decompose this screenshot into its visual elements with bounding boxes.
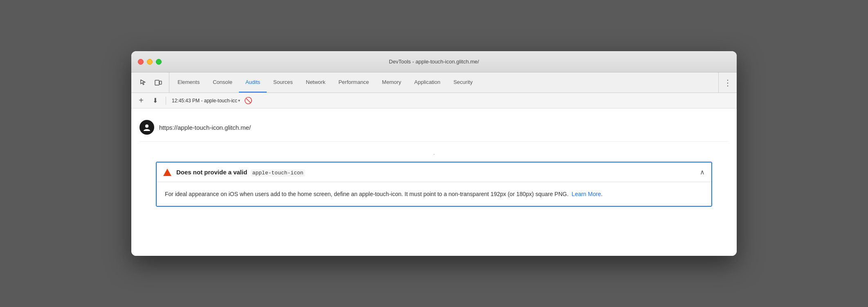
no-entry-icon[interactable]: 🚫 <box>244 97 252 104</box>
tab-memory[interactable]: Memory <box>376 72 408 93</box>
tab-application[interactable]: Application <box>408 72 447 93</box>
dropdown-chevron-icon: ▾ <box>238 98 240 103</box>
maximize-button[interactable] <box>156 59 162 65</box>
traffic-lights <box>138 59 162 65</box>
download-audit-button[interactable]: ⬇ <box>150 96 160 106</box>
toolbar-divider <box>166 97 166 105</box>
more-tabs-button[interactable]: ⋮ <box>718 72 737 93</box>
tab-network[interactable]: Network <box>299 72 332 93</box>
main-content: https://apple-touch-icon.glitch.me/ · Do… <box>131 108 737 256</box>
tab-sources[interactable]: Sources <box>267 72 299 93</box>
devtools-window: DevTools - apple-touch-icon.glitch.me/ E… <box>131 51 737 256</box>
svg-rect-1 <box>160 81 162 84</box>
warning-header: Does not provide a valid apple-touch-ico… <box>157 163 711 182</box>
warning-description: For ideal appearance on iOS when users a… <box>165 190 703 199</box>
svg-rect-0 <box>155 80 159 85</box>
tab-audits[interactable]: Audits <box>239 72 267 93</box>
title-bar: DevTools - apple-touch-icon.glitch.me/ <box>131 51 737 72</box>
dot-separator: · <box>139 148 729 158</box>
devtools-icon-group <box>133 72 169 93</box>
tab-console[interactable]: Console <box>206 72 239 93</box>
tab-performance[interactable]: Performance <box>332 72 375 93</box>
audits-toolbar: + ⬇ 12:45:43 PM - apple-touch-icc ▾ 🚫 <box>131 93 737 108</box>
svg-point-2 <box>145 124 148 128</box>
warning-panel: Does not provide a valid apple-touch-ico… <box>156 162 712 207</box>
tab-security[interactable]: Security <box>447 72 479 93</box>
device-toolbar-icon[interactable] <box>153 77 164 88</box>
url-bar: https://apple-touch-icon.glitch.me/ <box>139 115 729 142</box>
window-title: DevTools - apple-touch-icon.glitch.me/ <box>389 59 479 65</box>
minimize-button[interactable] <box>147 59 153 65</box>
collapse-panel-button[interactable]: ∧ <box>700 168 705 176</box>
warning-triangle-icon <box>163 169 171 176</box>
site-favicon <box>139 120 154 135</box>
inspect-element-icon[interactable] <box>138 77 149 88</box>
site-url-text: https://apple-touch-icon.glitch.me/ <box>159 124 251 131</box>
devtools-tab-bar: Elements Console Audits Sources Network … <box>131 72 737 93</box>
warning-body: For ideal appearance on iOS when users a… <box>157 182 711 206</box>
close-button[interactable] <box>138 59 144 65</box>
learn-more-link[interactable]: Learn More <box>572 191 601 197</box>
tab-elements[interactable]: Elements <box>171 72 206 93</box>
audit-session-dropdown[interactable]: 12:45:43 PM - apple-touch-icc ▾ <box>172 98 240 104</box>
warning-header-left: Does not provide a valid apple-touch-ico… <box>163 169 305 176</box>
warning-title: Does not provide a valid apple-touch-ico… <box>176 169 305 176</box>
add-audit-button[interactable]: + <box>136 96 146 106</box>
